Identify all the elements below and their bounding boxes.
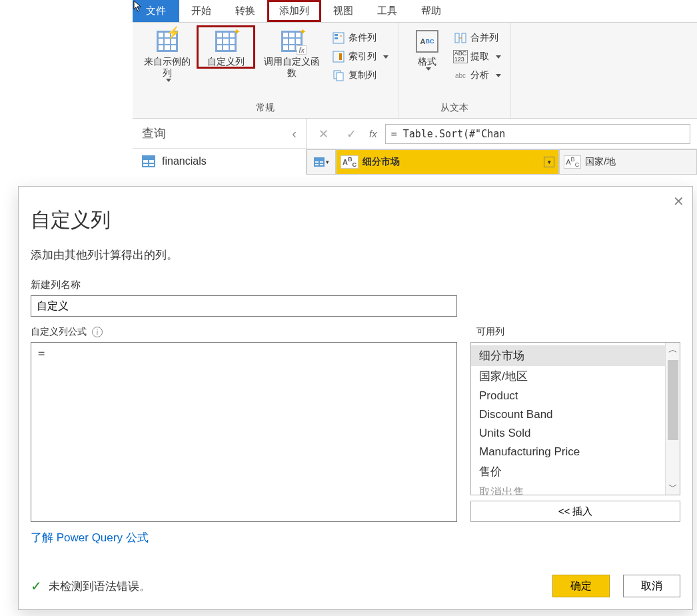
- svg-rect-8: [455, 33, 459, 43]
- table-fx-icon: ✦ fx: [280, 29, 304, 53]
- syntax-status: ✓ 未检测到语法错误。: [31, 578, 151, 594]
- parse-button[interactable]: abc 分析: [450, 67, 505, 84]
- svg-rect-2: [335, 37, 338, 39]
- formula-input[interactable]: [385, 124, 690, 144]
- tab-help[interactable]: 帮助: [409, 0, 453, 22]
- group-text-label: 从文本: [440, 100, 468, 117]
- formula-cancel-button[interactable]: ✕: [313, 124, 333, 144]
- tab-transform[interactable]: 转换: [223, 0, 267, 22]
- table-corner-button[interactable]: ▾: [307, 149, 336, 175]
- available-column-item[interactable]: Discount Band: [471, 405, 665, 424]
- column-header-country[interactable]: ABC 国家/地: [559, 149, 697, 175]
- formula-bar: ✕ ✓ fx: [307, 119, 697, 149]
- formula-accept-button[interactable]: ✓: [341, 124, 361, 144]
- column-from-examples-label: 来自示例的列: [143, 56, 191, 79]
- ribbon-group-general: ⚡ 来自示例的列 ✦ 自定义列 ✦ fx 调用自定义函数: [133, 23, 398, 118]
- parse-label: 分析: [470, 69, 489, 81]
- editor-area: ✕ ✓ fx ▾ ABC 细分市场 ▾ ABC 国家/地: [307, 119, 697, 175]
- index-column-button[interactable]: 索引列: [329, 48, 392, 65]
- format-button[interactable]: ABC 格式: [404, 25, 450, 72]
- available-columns-list: 细分市场 国家/地区 Product Discount Band Units S…: [470, 342, 680, 495]
- conditional-column-button[interactable]: = 条件列: [329, 29, 392, 47]
- tab-view[interactable]: 视图: [321, 0, 365, 22]
- index-column-label: 索引列: [348, 51, 376, 63]
- column-from-examples-button[interactable]: ⚡ 来自示例的列: [138, 25, 197, 83]
- ribbon-body: ⚡ 来自示例的列 ✦ 自定义列 ✦ fx 调用自定义函数: [133, 23, 697, 119]
- table-lightning-icon: ⚡: [155, 29, 179, 53]
- preview-header: ▾ ABC 细分市场 ▾ ABC 国家/地: [307, 149, 697, 175]
- formula-textarea[interactable]: =: [31, 342, 457, 522]
- svg-text:=: =: [340, 34, 343, 38]
- info-icon[interactable]: i: [92, 327, 103, 337]
- column-header-label: 细分市场: [362, 156, 400, 168]
- ribbon-group-text: ABC 格式 合并列 ABC123 提取: [398, 23, 511, 118]
- extract-button[interactable]: ABC123 提取: [450, 48, 505, 65]
- new-column-name-label: 新建列名称: [31, 279, 680, 291]
- svg-rect-5: [339, 53, 342, 60]
- custom-column-dialog: ✕ 自定义列 添加由其他列计算得出的列。 新建列名称 自定义列公式 i 可用列 …: [18, 186, 693, 610]
- dialog-subtitle: 添加由其他列计算得出的列。: [31, 247, 680, 263]
- scrollbar[interactable]: ︿ ﹀: [665, 343, 680, 495]
- available-column-item[interactable]: 国家/地区: [471, 366, 665, 387]
- invoke-custom-function-button[interactable]: ✦ fx 调用自定义函数: [255, 25, 329, 80]
- content-row: 查询 ‹ financials ✕ ✓ fx ▾ ABC 细分市场 ▾: [133, 119, 697, 175]
- tab-add-column[interactable]: 添加列: [267, 0, 321, 22]
- extract-label: 提取: [470, 51, 489, 63]
- dropdown-icon: [496, 55, 501, 59]
- svg-rect-7: [337, 73, 343, 81]
- column-filter-button[interactable]: ▾: [544, 157, 554, 167]
- duplicate-column-label: 复制列: [348, 69, 376, 81]
- queries-title: 查询: [142, 125, 166, 141]
- available-column-item[interactable]: 售价: [471, 461, 665, 482]
- insert-button[interactable]: << 插入: [470, 501, 680, 522]
- scroll-up-icon[interactable]: ︿: [668, 343, 678, 357]
- format-icon: ABC: [415, 29, 439, 53]
- check-icon: ✓: [31, 578, 42, 594]
- available-column-item[interactable]: 细分市场: [471, 345, 665, 366]
- svg-rect-4: [333, 51, 344, 62]
- fx-icon: fx: [369, 128, 377, 139]
- close-button[interactable]: ✕: [673, 193, 684, 209]
- group-general-label: 常规: [256, 100, 275, 117]
- scroll-down-icon[interactable]: ﹀: [668, 480, 678, 495]
- merge-columns-button[interactable]: 合并列: [450, 29, 505, 47]
- cursor-icon: [133, 0, 143, 12]
- tab-home[interactable]: 开始: [179, 0, 223, 22]
- dialog-title: 自定义列: [31, 207, 680, 234]
- invoke-custom-function-label: 调用自定义函数: [261, 56, 323, 79]
- custom-column-button[interactable]: ✦ 自定义列: [197, 25, 255, 69]
- query-item-financials[interactable]: financials: [133, 149, 306, 174]
- column-header-segment[interactable]: ABC 细分市场 ▾: [336, 149, 559, 175]
- format-label: 格式: [418, 56, 436, 67]
- column-header-label: 国家/地: [585, 156, 616, 168]
- available-column-item[interactable]: Manufacturing Price: [471, 443, 665, 461]
- type-text-icon: ABC: [341, 155, 358, 169]
- svg-rect-1: [335, 34, 338, 36]
- ok-button[interactable]: 确定: [552, 575, 610, 597]
- svg-rect-9: [462, 33, 466, 43]
- table-icon: [314, 157, 325, 167]
- parse-icon: abc: [454, 69, 466, 81]
- available-column-item[interactable]: 取消出售: [471, 482, 665, 495]
- new-column-name-input[interactable]: [31, 295, 457, 317]
- tab-tools[interactable]: 工具: [365, 0, 409, 22]
- collapse-button[interactable]: ‹: [292, 126, 297, 141]
- available-column-item[interactable]: Units Sold: [471, 424, 665, 443]
- formula-label: 自定义列公式: [31, 326, 87, 338]
- cancel-button[interactable]: 取消: [623, 575, 680, 597]
- available-column-item[interactable]: Product: [471, 387, 665, 405]
- duplicate-icon: [333, 69, 345, 81]
- queries-header: 查询 ‹: [133, 119, 306, 149]
- index-icon: [333, 51, 345, 63]
- merge-columns-label: 合并列: [470, 32, 498, 44]
- conditional-icon: =: [333, 32, 345, 44]
- type-text-icon: ABC: [564, 155, 581, 169]
- duplicate-column-button[interactable]: 复制列: [329, 67, 392, 84]
- scroll-thumb[interactable]: [668, 360, 678, 440]
- dropdown-icon: [426, 67, 431, 71]
- dropdown-icon: [166, 79, 171, 82]
- extract-icon: ABC123: [454, 51, 466, 63]
- learn-more-link[interactable]: 了解 Power Query 公式: [31, 530, 149, 545]
- custom-column-label: 自定义列: [207, 56, 245, 67]
- table-icon: [142, 155, 155, 167]
